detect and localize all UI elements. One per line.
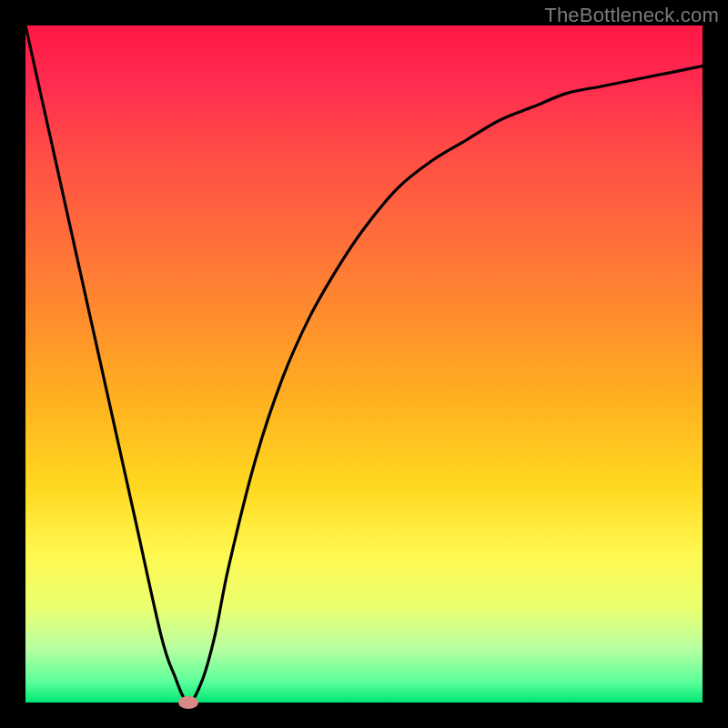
bottleneck-curve <box>25 25 703 703</box>
plot-area <box>25 25 703 703</box>
chart-frame: TheBottleneck.com <box>0 0 728 728</box>
watermark-text: TheBottleneck.com <box>544 4 719 27</box>
optimal-point-marker <box>178 696 198 709</box>
